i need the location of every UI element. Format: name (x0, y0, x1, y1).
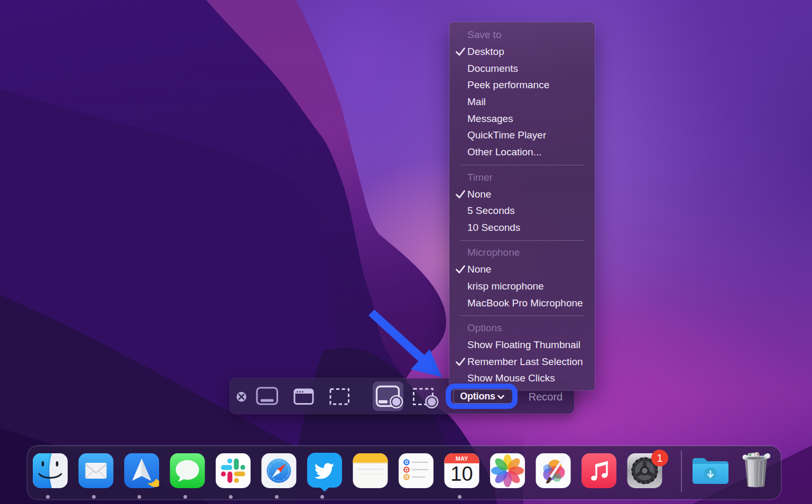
svg-text:MAY: MAY (456, 455, 468, 462)
svg-text:10: 10 (450, 463, 473, 485)
